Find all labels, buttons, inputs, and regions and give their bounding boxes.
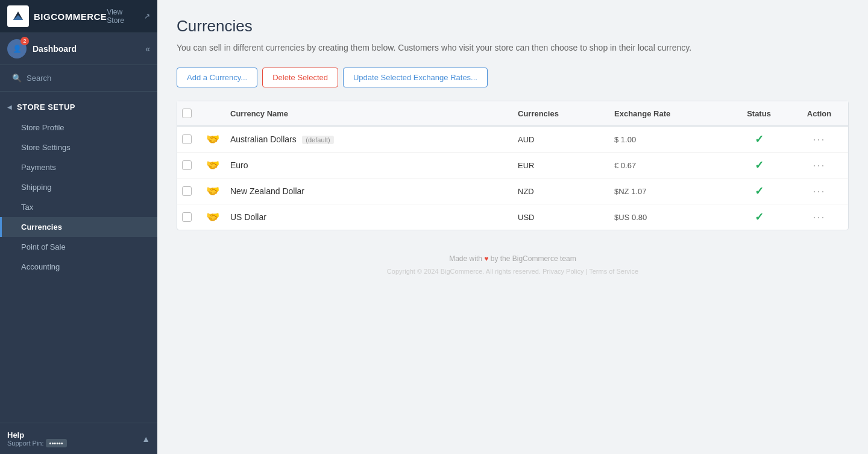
- sidebar-nav: ◀ Store Setup Store Profile Store Settin…: [0, 92, 157, 423]
- table-row: 🤝 Australian Dollars (default) AUD $ 1.0…: [177, 127, 848, 153]
- row-code-1: AUD: [518, 135, 614, 144]
- user-icon: 👤: [13, 45, 22, 53]
- sidebar-item-label: Payments: [21, 163, 56, 172]
- row-flag-1: 🤝: [206, 133, 230, 146]
- default-badge-1: (default): [302, 136, 333, 144]
- row-action-4: ···: [795, 211, 843, 224]
- user-avatar: 👤 2: [7, 39, 27, 58]
- page-title: Currencies: [177, 17, 849, 36]
- support-pin-label: Support Pin:: [7, 440, 44, 447]
- sidebar-item-label: Store Profile: [21, 123, 64, 132]
- row-action-1: ···: [795, 133, 843, 146]
- column-header-currencies: Currencies: [518, 109, 614, 118]
- row-status-1: ✓: [723, 133, 795, 146]
- table-header: Currency Name Currencies Exchange Rate S…: [177, 101, 848, 127]
- logo-text: BIGCOMMERCE: [34, 11, 107, 22]
- row-rate-4: $US 0.80: [614, 213, 723, 222]
- sidebar-footer: Help Support Pin: •••••• ▲: [0, 423, 157, 454]
- sidebar-logo: BIGCOMMERCE: [7, 5, 107, 27]
- update-exchange-rates-button[interactable]: Update Selected Exchange Rates...: [343, 68, 488, 87]
- column-header-name: Currency Name: [230, 109, 518, 118]
- row-code-4: USD: [518, 213, 614, 222]
- user-name: Dashboard: [33, 44, 77, 54]
- row-flag-3: 🤝: [206, 184, 230, 198]
- row-code-2: EUR: [518, 161, 614, 170]
- heart-icon: ♥: [484, 254, 490, 263]
- sidebar-search-section: 🔍 Search: [0, 65, 157, 92]
- view-store-label: View Store: [107, 8, 142, 25]
- sidebar-item-currencies[interactable]: Currencies: [0, 217, 157, 237]
- sidebar-item-label: Point of Sale: [21, 242, 66, 251]
- row-flag-2: 🤝: [206, 159, 230, 172]
- row-checkbox-2[interactable]: [182, 160, 192, 170]
- help-section: Help Support Pin: ••••••: [7, 430, 67, 447]
- logo-icon: [7, 5, 29, 27]
- store-setup-section-header[interactable]: ◀ Store Setup: [0, 96, 157, 118]
- status-check-icon-2: ✓: [755, 159, 764, 171]
- search-icon: 🔍: [12, 74, 22, 83]
- column-header-action: Action: [795, 109, 843, 118]
- column-header-check: [182, 109, 206, 118]
- row-checkbox-3[interactable]: [182, 186, 192, 196]
- main-content: Currencies You can sell in different cur…: [157, 0, 868, 454]
- sidebar: BIGCOMMERCE View Store ↗ 👤 2 Dashboard «…: [0, 0, 157, 454]
- page-description: You can sell in different currencies by …: [177, 42, 849, 54]
- section-arrow-icon: ◀: [7, 104, 12, 110]
- support-pin: Support Pin: ••••••: [7, 440, 67, 447]
- sidebar-item-payments[interactable]: Payments: [0, 157, 157, 177]
- status-check-icon-3: ✓: [755, 185, 764, 197]
- sidebar-item-point-of-sale[interactable]: Point of Sale: [0, 237, 157, 257]
- sidebar-item-label: Shipping: [21, 183, 52, 192]
- sidebar-item-store-settings[interactable]: Store Settings: [0, 137, 157, 157]
- sidebar-header: BIGCOMMERCE View Store ↗: [0, 0, 157, 33]
- column-header-exchange-rate: Exchange Rate: [614, 109, 723, 118]
- help-title: Help: [7, 430, 67, 440]
- user-notification-badge: 2: [20, 37, 29, 45]
- section-title: Store Setup: [17, 102, 75, 112]
- row-rate-3: $NZ 1.07: [614, 187, 723, 196]
- row-status-3: ✓: [723, 184, 795, 198]
- view-store-link[interactable]: View Store ↗: [107, 8, 150, 25]
- sidebar-item-store-profile[interactable]: Store Profile: [0, 118, 157, 137]
- sidebar-item-accounting[interactable]: Accounting: [0, 257, 157, 277]
- sidebar-item-shipping[interactable]: Shipping: [0, 177, 157, 197]
- add-currency-button[interactable]: Add a Currency...: [177, 68, 257, 87]
- sidebar-collapse-icon[interactable]: «: [145, 44, 150, 54]
- support-pin-value: ••••••: [46, 439, 67, 447]
- table-row: 🤝 US Dollar USD $US 0.80 ✓ ···: [177, 204, 848, 230]
- row-action-menu-1[interactable]: ···: [813, 133, 825, 145]
- row-name-2: Euro: [230, 160, 518, 170]
- sidebar-item-label: Currencies: [21, 222, 62, 232]
- row-action-2: ···: [795, 159, 843, 172]
- search-label: Search: [27, 74, 51, 83]
- sidebar-item-label: Store Settings: [21, 143, 71, 152]
- row-check-4: [182, 212, 206, 222]
- sidebar-footer-collapse-icon[interactable]: ▲: [142, 434, 150, 444]
- row-rate-1: $ 1.00: [614, 135, 723, 144]
- footer-copyright: Copyright © 2024 BigCommerce. All rights…: [177, 268, 849, 275]
- search-button[interactable]: 🔍 Search: [7, 70, 150, 86]
- sidebar-item-label: Accounting: [21, 262, 60, 271]
- currencies-page: Currencies You can sell in different cur…: [157, 0, 868, 292]
- column-header-status: Status: [723, 109, 795, 118]
- table-row: 🤝 Euro EUR € 0.67 ✓ ···: [177, 153, 848, 178]
- sidebar-user: 👤 2 Dashboard «: [0, 33, 157, 65]
- table-row: 🤝 New Zealand Dollar NZD $NZ 1.07 ✓ ···: [177, 178, 848, 204]
- row-checkbox-4[interactable]: [182, 212, 192, 222]
- footer-made-with: Made with: [449, 254, 482, 263]
- row-action-menu-4[interactable]: ···: [813, 211, 825, 223]
- status-check-icon-1: ✓: [755, 133, 764, 145]
- row-check-2: [182, 160, 206, 170]
- row-name-1: Australian Dollars (default): [230, 134, 518, 144]
- delete-selected-button[interactable]: Delete Selected: [262, 68, 338, 87]
- status-check-icon-4: ✓: [755, 211, 764, 223]
- footer-by-team: by the BigCommerce team: [491, 254, 576, 263]
- row-action-menu-2[interactable]: ···: [813, 159, 825, 171]
- row-checkbox-1[interactable]: [182, 134, 192, 144]
- row-status-2: ✓: [723, 159, 795, 172]
- footer-note: Made with ♥ by the BigCommerce team: [177, 254, 849, 263]
- select-all-checkbox[interactable]: [182, 109, 192, 118]
- row-action-menu-3[interactable]: ···: [813, 185, 825, 197]
- row-check-1: [182, 134, 206, 144]
- sidebar-item-tax[interactable]: Tax: [0, 197, 157, 217]
